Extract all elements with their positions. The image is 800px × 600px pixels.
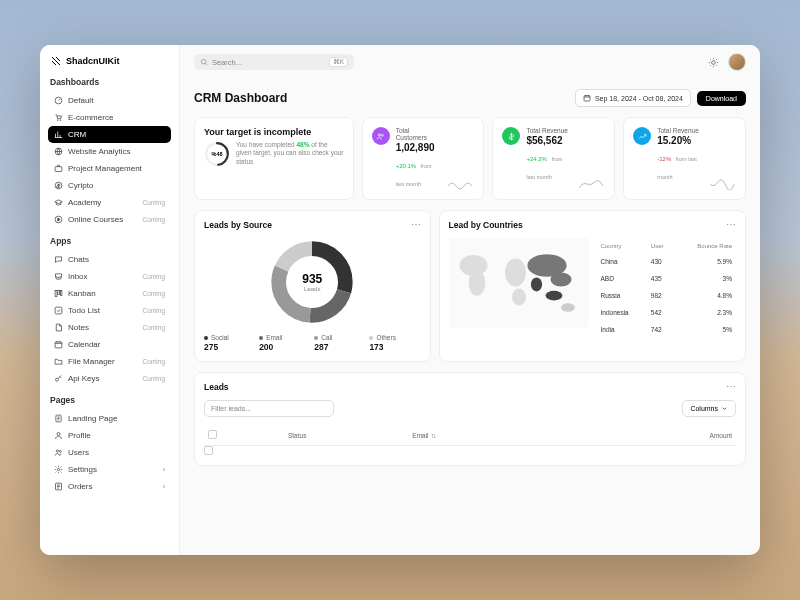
sidebar-item-orders[interactable]: Orders‹ (48, 478, 171, 495)
table-header[interactable] (204, 425, 284, 446)
coming-badge: Coming (143, 216, 165, 223)
more-icon[interactable]: ⋯ (411, 220, 421, 230)
columns-button[interactable]: Columns (682, 400, 736, 417)
sidebar-item-academy[interactable]: AcademyComing (48, 194, 171, 211)
table-row[interactable] (204, 446, 736, 457)
sidebar-item-notes[interactable]: NotesComing (48, 319, 171, 336)
table-header[interactable]: Email⇅ (408, 425, 555, 446)
sidebar-item-crm[interactable]: CRM (48, 126, 171, 143)
nav-label: Online Courses (68, 215, 123, 224)
sidebar-item-chats[interactable]: Chats (48, 251, 171, 268)
leads-by-source-card: Leads by Source ⋯ 935 (194, 210, 431, 362)
stat-delta: +20.1% (396, 163, 417, 169)
chevron-left-icon: ‹ (163, 483, 165, 490)
sun-icon (708, 57, 719, 68)
check-icon (54, 306, 63, 315)
legend-item: Email200 (259, 334, 310, 352)
stat-icon (372, 127, 390, 145)
theme-toggle[interactable] (706, 55, 720, 69)
nav-label: Orders (68, 482, 92, 491)
coming-badge: Coming (143, 199, 165, 206)
donut-chart: 935 Leads (268, 238, 356, 326)
sidebar-item-landing-page[interactable]: Landing Page (48, 410, 171, 427)
orders-icon (54, 482, 63, 491)
user-avatar[interactable] (728, 53, 746, 71)
more-icon[interactable]: ⋯ (726, 220, 736, 230)
svg-point-19 (201, 59, 206, 64)
more-icon[interactable]: ⋯ (726, 382, 736, 392)
stat-value: 1,02,890 (396, 142, 441, 153)
sidebar-item-profile[interactable]: Profile (48, 427, 171, 444)
sidebar-item-settings[interactable]: Settings‹ (48, 461, 171, 478)
users-icon (54, 448, 63, 457)
countries-title: Lead by Countries (449, 220, 523, 230)
svg-point-25 (382, 134, 384, 136)
chat-icon (54, 255, 63, 264)
topbar: Search... ⌘K (180, 45, 760, 79)
sparkline (446, 176, 474, 190)
stats-row: Your target is incomplete %48 You have c… (194, 117, 746, 200)
brand-name: ShadcnUIKit (66, 56, 120, 66)
table-header[interactable]: Amount (593, 425, 736, 446)
nav-label: CRM (68, 130, 86, 139)
table-row: Russia9824.8% (599, 288, 734, 303)
stat-label: Total Revenue (657, 127, 702, 134)
svg-point-1 (57, 120, 58, 121)
kanban-icon (54, 289, 63, 298)
row-checkbox[interactable] (204, 446, 213, 455)
nav-label: Default (68, 96, 93, 105)
table-header[interactable] (555, 425, 593, 446)
globe-icon (54, 147, 63, 156)
sidebar-item-calendar[interactable]: Calendar (48, 336, 171, 353)
sidebar-item-cyripto[interactable]: Cyripto (48, 177, 171, 194)
stat-label: Total Revenue (526, 127, 571, 134)
user-icon (54, 431, 63, 440)
nav-label: Settings (68, 465, 97, 474)
folder-icon (54, 357, 63, 366)
svg-point-31 (468, 270, 485, 295)
chart-icon (54, 130, 63, 139)
countries-table: CountryUserBounce Rate China4305.9%ABD43… (597, 238, 736, 339)
leads-filter-input[interactable]: Filter leads... (204, 400, 334, 417)
date-range-picker[interactable]: Sep 18, 2024 - Oct 08, 2024 (575, 89, 691, 107)
stat-delta: -12% (657, 156, 671, 162)
nav-label: Chats (68, 255, 89, 264)
brand-logo[interactable]: ShadcnUIKit (48, 55, 171, 67)
sidebar-item-online-courses[interactable]: Online CoursesComing (48, 211, 171, 228)
table-header[interactable]: Status (284, 425, 408, 446)
table-header: Bounce Rate (676, 240, 734, 252)
target-description: You have completed 48% of the given targ… (236, 141, 344, 166)
sort-icon: ⇅ (431, 433, 436, 439)
sidebar-item-e-commerce[interactable]: E-commerce (48, 109, 171, 126)
key-icon (54, 374, 63, 383)
select-all-checkbox[interactable] (208, 430, 217, 439)
page-header: CRM Dashboard Sep 18, 2024 - Oct 08, 202… (194, 89, 746, 107)
sidebar-item-inbox[interactable]: InboxComing (48, 268, 171, 285)
table-row: India7425% (599, 322, 734, 337)
nav-label: Project Management (68, 164, 142, 173)
page-title: CRM Dashboard (194, 91, 287, 105)
table-row: China4305.9% (599, 254, 734, 269)
download-button[interactable]: Download (697, 91, 746, 106)
sidebar-item-file-manager[interactable]: File ManagerComing (48, 353, 171, 370)
legend-item: Others173 (369, 334, 420, 352)
sidebar-item-api-keys[interactable]: Api KeysComing (48, 370, 171, 387)
search-input[interactable]: Search... ⌘K (194, 54, 354, 70)
search-shortcut: ⌘K (329, 57, 348, 67)
sidebar-item-website-analytics[interactable]: Website Analytics (48, 143, 171, 160)
coming-badge: Coming (143, 324, 165, 331)
svg-point-14 (57, 433, 60, 436)
stat-card-0: Total Customers1,02,890+20.1% from last … (362, 117, 485, 200)
sidebar-item-users[interactable]: Users (48, 444, 171, 461)
svg-rect-10 (55, 307, 62, 314)
legend-item: Call287 (314, 334, 365, 352)
sidebar-item-kanban[interactable]: KanbanComing (48, 285, 171, 302)
sidebar-item-default[interactable]: Default (48, 92, 171, 109)
nav-label: Website Analytics (68, 147, 131, 156)
sidebar-item-todo-list[interactable]: Todo ListComing (48, 302, 171, 319)
search-icon (200, 58, 208, 66)
stat-delta: +24.2% (526, 156, 547, 162)
sidebar-item-project-management[interactable]: Project Management (48, 160, 171, 177)
stat-card-2: Total Revenue15.20%-12% from last month (623, 117, 746, 200)
coming-badge: Coming (143, 358, 165, 365)
